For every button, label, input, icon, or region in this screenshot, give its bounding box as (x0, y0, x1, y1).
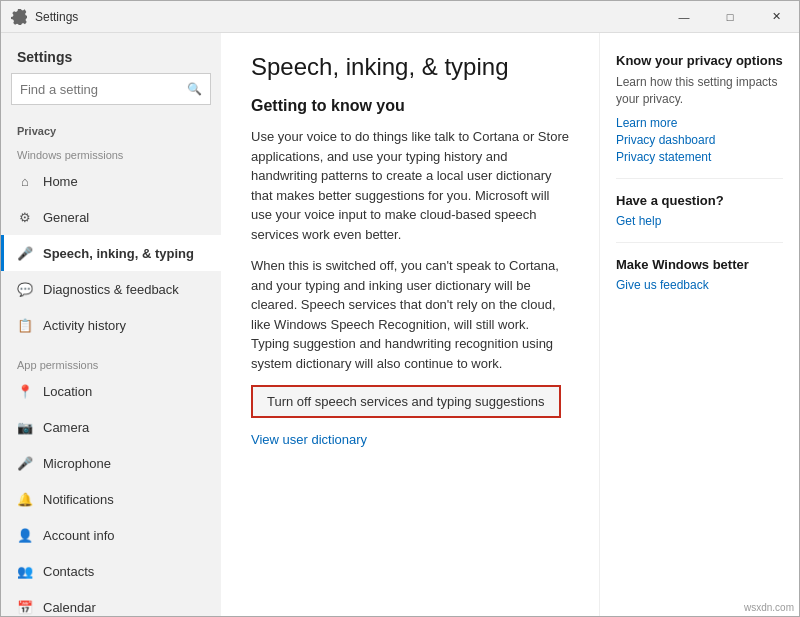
sidebar-item-accountinfo[interactable]: 👤 Account info (1, 517, 221, 553)
sidebar-item-label-camera: Camera (43, 420, 89, 435)
sidebar-header: Settings (1, 33, 221, 73)
sidebar-item-speech[interactable]: 🎤 Speech, inking, & typing (1, 235, 221, 271)
section-title: Getting to know you (251, 97, 569, 115)
sidebar-item-label-home: Home (43, 174, 78, 189)
location-icon: 📍 (17, 383, 33, 399)
learn-more-link[interactable]: Learn more (616, 116, 783, 130)
watermark: wsxdn.com (744, 602, 794, 613)
right-section1-title: Know your privacy options (616, 53, 783, 68)
sidebar-item-microphone[interactable]: 🎤 Microphone (1, 445, 221, 481)
notifications-icon: 🔔 (17, 491, 33, 507)
paragraph2: When this is switched off, you can't spe… (251, 256, 569, 373)
settings-window: Settings — □ ✕ Settings 🔍 Privacy Window… (0, 0, 800, 617)
privacy-dashboard-link[interactable]: Privacy dashboard (616, 133, 783, 147)
accountinfo-icon: 👤 (17, 527, 33, 543)
search-icon: 🔍 (187, 82, 202, 96)
sidebar-item-diagnostics[interactable]: 💬 Diagnostics & feedback (1, 271, 221, 307)
titlebar-controls: — □ ✕ (661, 1, 799, 33)
privacy-statement-link[interactable]: Privacy statement (616, 150, 783, 164)
content-area: Settings 🔍 Privacy Windows permissions ⌂… (1, 33, 799, 616)
turn-off-speech-button[interactable]: Turn off speech services and typing sugg… (251, 385, 561, 418)
close-button[interactable]: ✕ (753, 1, 799, 33)
camera-icon: 📷 (17, 419, 33, 435)
windows-permissions-label: Windows permissions (1, 141, 221, 163)
right-section2-title: Have a question? (616, 193, 783, 208)
titlebar-title: Settings (35, 10, 78, 24)
right-panel: Know your privacy options Learn how this… (599, 33, 799, 616)
sidebar-item-label-diagnostics: Diagnostics & feedback (43, 282, 179, 297)
right-divider2 (616, 242, 783, 243)
titlebar: Settings — □ ✕ (1, 1, 799, 33)
general-icon: ⚙ (17, 209, 33, 225)
sidebar-item-camera[interactable]: 📷 Camera (1, 409, 221, 445)
sidebar-item-location[interactable]: 📍 Location (1, 373, 221, 409)
sidebar-item-contacts[interactable]: 👥 Contacts (1, 553, 221, 589)
sidebar-item-notifications[interactable]: 🔔 Notifications (1, 481, 221, 517)
search-input[interactable] (20, 82, 187, 97)
settings-app-icon (11, 9, 27, 25)
paragraph1: Use your voice to do things like talk to… (251, 127, 569, 244)
microphone-icon: 🎤 (17, 455, 33, 471)
minimize-button[interactable]: — (661, 1, 707, 33)
sidebar-item-label-contacts: Contacts (43, 564, 94, 579)
sidebar-item-general[interactable]: ⚙ General (1, 199, 221, 235)
sidebar-item-label-calendar: Calendar (43, 600, 96, 615)
get-help-link[interactable]: Get help (616, 214, 783, 228)
main-content: Speech, inking, & typing Getting to know… (221, 33, 599, 616)
view-user-dictionary-link[interactable]: View user dictionary (251, 432, 367, 447)
titlebar-left: Settings (11, 9, 78, 25)
speech-icon: 🎤 (17, 245, 33, 261)
right-section1-text: Learn how this setting impacts your priv… (616, 74, 783, 108)
app-permissions-label: App permissions (1, 351, 221, 373)
contacts-icon: 👥 (17, 563, 33, 579)
sidebar-item-home[interactable]: ⌂ Home (1, 163, 221, 199)
sidebar-item-label-accountinfo: Account info (43, 528, 115, 543)
sidebar-item-label-location: Location (43, 384, 92, 399)
sidebar-item-label-notifications: Notifications (43, 492, 114, 507)
sidebar-item-activity[interactable]: 📋 Activity history (1, 307, 221, 343)
sidebar: Settings 🔍 Privacy Windows permissions ⌂… (1, 33, 221, 616)
sidebar-item-label-activity: Activity history (43, 318, 126, 333)
privacy-label: Privacy (1, 117, 221, 141)
sidebar-item-label-general: General (43, 210, 89, 225)
activity-icon: 📋 (17, 317, 33, 333)
calendar-icon: 📅 (17, 599, 33, 615)
home-icon: ⌂ (17, 173, 33, 189)
sidebar-item-label-speech: Speech, inking, & typing (43, 246, 194, 261)
search-box[interactable]: 🔍 (11, 73, 211, 105)
page-title: Speech, inking, & typing (251, 53, 569, 81)
right-section3-title: Make Windows better (616, 257, 783, 272)
sidebar-item-label-microphone: Microphone (43, 456, 111, 471)
sidebar-item-calendar[interactable]: 📅 Calendar (1, 589, 221, 616)
give-feedback-link[interactable]: Give us feedback (616, 278, 783, 292)
right-divider1 (616, 178, 783, 179)
diagnostics-icon: 💬 (17, 281, 33, 297)
maximize-button[interactable]: □ (707, 1, 753, 33)
